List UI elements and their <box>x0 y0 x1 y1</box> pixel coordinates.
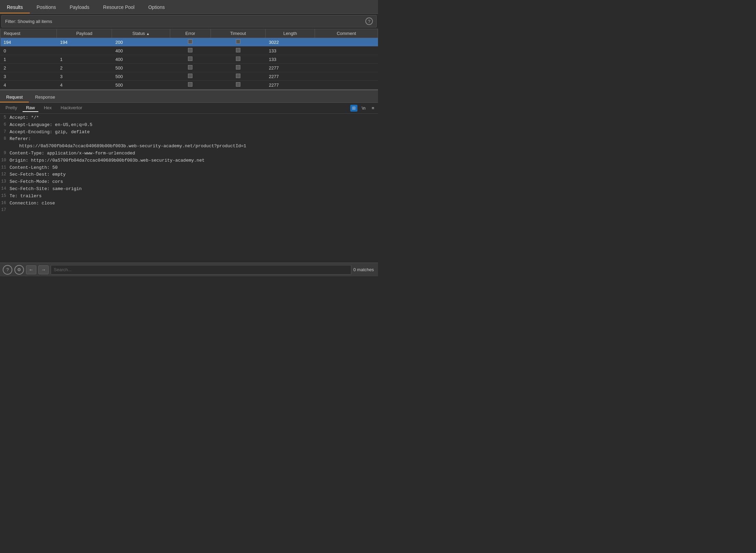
error-checkbox[interactable] <box>188 65 192 70</box>
error-cell <box>170 72 211 81</box>
sub-tab-hex[interactable]: Hex <box>40 104 55 112</box>
code-line: 10Origin: https://0a5700fb04da7ccac04068… <box>0 157 378 164</box>
tab-request[interactable]: Request <box>0 92 29 102</box>
line-number: 10 <box>0 157 10 164</box>
line-content: Accept: */* <box>10 114 378 122</box>
comment-cell <box>315 47 378 55</box>
sub-tab-raw[interactable]: Raw <box>23 104 38 112</box>
line-content: Sec-Fetch-Mode: cors <box>10 178 378 186</box>
line-content: Te: trailers <box>10 193 378 200</box>
error-checkbox[interactable] <box>188 48 192 52</box>
wrap-glyph: \n <box>362 105 366 111</box>
length-cell: 2277 <box>265 81 315 89</box>
line-content: Origin: https://0a5700fb04da7ccac040689b… <box>10 157 378 164</box>
line-content: Content-Type: application/x-www-form-url… <box>10 150 378 157</box>
comment-cell <box>315 64 378 72</box>
line-number: 17 <box>0 207 10 213</box>
sub-tabs-right: ⊞ \n ≡ <box>350 105 376 112</box>
panel-tab-bar: Request Response <box>0 90 378 103</box>
code-area[interactable]: 5Accept: */*6Accept-Language: en-US,en;q… <box>0 114 378 213</box>
col-error[interactable]: Error <box>170 29 211 38</box>
comment-cell <box>315 38 378 47</box>
tab-payloads[interactable]: Payloads <box>63 2 97 13</box>
table-row[interactable]: 0400133 <box>0 47 378 55</box>
matches-label: 0 matches <box>353 267 375 272</box>
line-content: Accept-Encoding: gzip, deflate <box>10 129 378 136</box>
results-table-scroll[interactable]: Request Payload Status ▲ Error Timeout L… <box>0 29 378 90</box>
error-checkbox[interactable] <box>188 56 192 61</box>
table-header-row: Request Payload Status ▲ Error Timeout L… <box>0 29 378 38</box>
code-line: 8Referer: <box>0 136 378 143</box>
bottom-help-icon[interactable]: ? <box>3 265 12 275</box>
error-checkbox[interactable] <box>188 39 192 44</box>
code-line: 15Te: trailers <box>0 193 378 200</box>
timeout-checkbox[interactable] <box>236 82 240 87</box>
search-input[interactable] <box>51 265 351 275</box>
code-line: 7Accept-Encoding: gzip, deflate <box>0 129 378 136</box>
line-content: https://0a5700fb04da7ccac040689b00bf003b… <box>10 143 378 150</box>
table-row[interactable]: 1941942003022 <box>0 38 378 47</box>
filter-text: Filter: Showing all items <box>5 19 52 24</box>
timeout-cell <box>211 47 265 55</box>
code-line: 12Sec-Fetch-Dest: empty <box>0 171 378 178</box>
bottom-settings-icon[interactable]: ⚙ <box>14 265 24 275</box>
timeout-checkbox[interactable] <box>236 48 240 52</box>
table-view-icon[interactable]: ⊞ <box>350 105 357 112</box>
line-content: Sec-Fetch-Site: same-origin <box>10 186 378 193</box>
line-number: 7 <box>0 129 10 135</box>
error-cell <box>170 64 211 72</box>
status-cell: 200 <box>112 38 170 47</box>
line-number: 14 <box>0 186 10 192</box>
request-cell: 1 <box>0 55 57 64</box>
timeout-checkbox[interactable] <box>236 39 240 44</box>
col-payload[interactable]: Payload <box>56 29 112 38</box>
table-row[interactable]: 335002277 <box>0 72 378 81</box>
filter-help-icon[interactable]: ? <box>365 17 373 25</box>
code-line: 16Connection: close <box>0 200 378 207</box>
filter-bar: Filter: Showing all items ? <box>1 15 377 27</box>
status-cell: 400 <box>112 55 170 64</box>
line-number: 5 <box>0 114 10 121</box>
col-length[interactable]: Length <box>265 29 315 38</box>
tab-results[interactable]: Results <box>0 2 30 13</box>
forward-button[interactable]: → <box>38 265 49 274</box>
back-button[interactable]: ← <box>26 265 36 274</box>
tab-resource-pool[interactable]: Resource Pool <box>96 2 141 13</box>
line-number: 11 <box>0 164 10 171</box>
col-request[interactable]: Request <box>0 29 57 38</box>
table-row[interactable]: 445002277 <box>0 81 378 89</box>
length-cell: 133 <box>265 55 315 64</box>
line-content: Accept-Language: en-US,en;q=0.5 <box>10 122 378 129</box>
error-checkbox[interactable] <box>188 74 192 78</box>
request-cell: 4 <box>0 81 57 89</box>
timeout-checkbox[interactable] <box>236 56 240 61</box>
wrap-icon[interactable]: \n <box>360 105 367 112</box>
code-line: 9Content-Type: application/x-www-form-ur… <box>0 150 378 157</box>
timeout-cell <box>211 81 265 89</box>
timeout-checkbox[interactable] <box>236 65 240 70</box>
line-number: 9 <box>0 150 10 156</box>
status-cell: 400 <box>112 47 170 55</box>
length-cell: 2277 <box>265 72 315 81</box>
sub-tabs-left: Pretty Raw Hex Hackvertor <box>2 104 86 112</box>
code-line: https://0a5700fb04da7ccac040689b00bf003b… <box>0 143 378 150</box>
error-checkbox[interactable] <box>188 82 192 87</box>
tab-positions[interactable]: Positions <box>30 2 63 13</box>
col-timeout[interactable]: Timeout <box>211 29 265 38</box>
table-row[interactable]: 11400133 <box>0 55 378 64</box>
list-icon[interactable]: ≡ <box>370 105 376 112</box>
tab-response[interactable]: Response <box>29 92 61 102</box>
bottom-bar: ? ⚙ ← → 0 matches <box>0 263 378 276</box>
col-status[interactable]: Status ▲ <box>112 29 170 38</box>
table-icon-glyph: ⊞ <box>352 105 356 111</box>
sub-tab-pretty[interactable]: Pretty <box>2 104 21 112</box>
col-comment[interactable]: Comment <box>315 29 378 38</box>
sub-tab-hackvertor[interactable]: Hackvertor <box>57 104 86 112</box>
code-line: 17 <box>0 207 378 213</box>
table-row[interactable]: 225002277 <box>0 64 378 72</box>
comment-cell <box>315 81 378 89</box>
tab-options[interactable]: Options <box>141 2 172 13</box>
payload-cell: 3 <box>56 72 112 81</box>
line-content: Sec-Fetch-Dest: empty <box>10 171 378 178</box>
timeout-checkbox[interactable] <box>236 74 240 78</box>
